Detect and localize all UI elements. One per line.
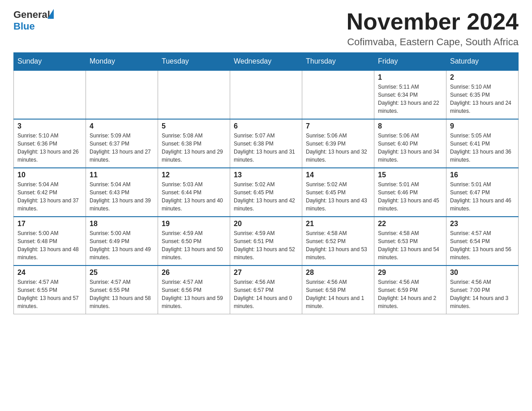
location-title: Cofimvaba, Eastern Cape, South Africa xyxy=(347,36,519,48)
day-number: 9 xyxy=(450,122,515,130)
day-info: Sunrise: 5:02 AMSunset: 6:45 PMDaylight:… xyxy=(306,180,370,213)
day-info: Sunrise: 4:56 AMSunset: 6:57 PMDaylight:… xyxy=(234,278,298,310)
calendar-day-cell: 29Sunrise: 4:56 AMSunset: 6:59 PMDayligh… xyxy=(374,265,446,314)
day-info: Sunrise: 5:08 AMSunset: 6:38 PMDaylight:… xyxy=(162,132,226,164)
day-info: Sunrise: 5:00 AMSunset: 6:48 PMDaylight:… xyxy=(17,229,82,261)
calendar-day-cell: 4Sunrise: 5:09 AMSunset: 6:37 PMDaylight… xyxy=(86,119,158,168)
day-info: Sunrise: 5:09 AMSunset: 6:37 PMDaylight:… xyxy=(90,132,154,164)
day-info: Sunrise: 5:06 AMSunset: 6:40 PMDaylight:… xyxy=(378,132,442,164)
calendar-header-row: SundayMondayTuesdayWednesdayThursdayFrid… xyxy=(14,53,519,71)
day-number: 21 xyxy=(306,220,370,228)
day-info: Sunrise: 4:59 AMSunset: 6:50 PMDaylight:… xyxy=(162,229,226,261)
day-number: 4 xyxy=(90,122,154,130)
day-number: 15 xyxy=(378,171,442,179)
day-number: 20 xyxy=(234,220,298,228)
calendar-day-cell: 27Sunrise: 4:56 AMSunset: 6:57 PMDayligh… xyxy=(230,265,302,314)
calendar-day-cell: 2Sunrise: 5:10 AMSunset: 6:35 PMDaylight… xyxy=(446,70,519,119)
calendar-day-cell: 11Sunrise: 5:04 AMSunset: 6:43 PMDayligh… xyxy=(86,168,158,217)
day-number: 30 xyxy=(450,269,515,277)
day-number: 6 xyxy=(234,122,298,130)
calendar-day-cell xyxy=(230,70,302,119)
day-number: 27 xyxy=(234,269,298,277)
calendar-day-cell: 16Sunrise: 5:01 AMSunset: 6:47 PMDayligh… xyxy=(446,168,519,217)
calendar-day-cell: 10Sunrise: 5:04 AMSunset: 6:42 PMDayligh… xyxy=(14,168,86,217)
calendar-day-cell: 30Sunrise: 4:56 AMSunset: 7:00 PMDayligh… xyxy=(446,265,519,314)
day-info: Sunrise: 4:57 AMSunset: 6:55 PMDaylight:… xyxy=(17,278,82,310)
calendar-week-row: 3Sunrise: 5:10 AMSunset: 6:36 PMDaylight… xyxy=(14,119,519,168)
day-info: Sunrise: 4:56 AMSunset: 6:59 PMDaylight:… xyxy=(378,278,442,310)
day-number: 2 xyxy=(450,73,515,81)
calendar-day-cell: 18Sunrise: 5:00 AMSunset: 6:49 PMDayligh… xyxy=(86,217,158,265)
day-info: Sunrise: 4:56 AMSunset: 6:58 PMDaylight:… xyxy=(306,278,370,310)
calendar-day-cell: 14Sunrise: 5:02 AMSunset: 6:45 PMDayligh… xyxy=(302,168,374,217)
page-header: General Blue November 2024 Cofimvaba, Ea… xyxy=(13,9,519,48)
logo-triangle-icon xyxy=(47,9,54,19)
calendar-day-cell: 13Sunrise: 5:02 AMSunset: 6:45 PMDayligh… xyxy=(230,168,302,217)
calendar-week-row: 24Sunrise: 4:57 AMSunset: 6:55 PMDayligh… xyxy=(14,265,519,314)
day-info: Sunrise: 5:06 AMSunset: 6:39 PMDaylight:… xyxy=(306,132,370,164)
day-number: 8 xyxy=(378,122,442,130)
day-number: 16 xyxy=(450,171,515,179)
calendar-day-cell: 8Sunrise: 5:06 AMSunset: 6:40 PMDaylight… xyxy=(374,119,446,168)
day-number: 10 xyxy=(17,171,82,179)
calendar-day-cell: 24Sunrise: 4:57 AMSunset: 6:55 PMDayligh… xyxy=(14,265,86,314)
day-number: 7 xyxy=(306,122,370,130)
day-number: 19 xyxy=(162,220,226,228)
day-info: Sunrise: 4:57 AMSunset: 6:54 PMDaylight:… xyxy=(450,229,515,261)
logo: General Blue xyxy=(13,9,54,32)
calendar-week-row: 10Sunrise: 5:04 AMSunset: 6:42 PMDayligh… xyxy=(14,168,519,217)
calendar-day-cell xyxy=(86,70,158,119)
calendar-header-tuesday: Tuesday xyxy=(158,53,230,71)
day-info: Sunrise: 5:03 AMSunset: 6:44 PMDaylight:… xyxy=(162,180,226,213)
calendar-day-cell: 22Sunrise: 4:58 AMSunset: 6:53 PMDayligh… xyxy=(374,217,446,265)
day-number: 25 xyxy=(90,269,154,277)
calendar-week-row: 1Sunrise: 5:11 AMSunset: 6:34 PMDaylight… xyxy=(14,70,519,119)
title-section: November 2024 Cofimvaba, Eastern Cape, S… xyxy=(347,9,519,48)
day-number: 26 xyxy=(162,269,226,277)
day-info: Sunrise: 5:01 AMSunset: 6:47 PMDaylight:… xyxy=(450,180,515,213)
calendar-day-cell xyxy=(14,70,86,119)
day-info: Sunrise: 5:07 AMSunset: 6:38 PMDaylight:… xyxy=(234,132,298,164)
calendar-day-cell: 15Sunrise: 5:01 AMSunset: 6:46 PMDayligh… xyxy=(374,168,446,217)
day-number: 3 xyxy=(17,122,82,130)
day-info: Sunrise: 4:59 AMSunset: 6:51 PMDaylight:… xyxy=(234,229,298,261)
calendar-day-cell: 21Sunrise: 4:58 AMSunset: 6:52 PMDayligh… xyxy=(302,217,374,265)
day-number: 23 xyxy=(450,220,515,228)
calendar-day-cell: 12Sunrise: 5:03 AMSunset: 6:44 PMDayligh… xyxy=(158,168,230,217)
day-number: 13 xyxy=(234,171,298,179)
day-info: Sunrise: 5:04 AMSunset: 6:43 PMDaylight:… xyxy=(90,180,154,213)
calendar-header-thursday: Thursday xyxy=(302,53,374,71)
calendar-day-cell: 7Sunrise: 5:06 AMSunset: 6:39 PMDaylight… xyxy=(302,119,374,168)
calendar-header-friday: Friday xyxy=(374,53,446,71)
calendar-day-cell: 26Sunrise: 4:57 AMSunset: 6:56 PMDayligh… xyxy=(158,265,230,314)
day-number: 12 xyxy=(162,171,226,179)
calendar-day-cell: 6Sunrise: 5:07 AMSunset: 6:38 PMDaylight… xyxy=(230,119,302,168)
day-info: Sunrise: 5:10 AMSunset: 6:35 PMDaylight:… xyxy=(450,83,515,115)
day-number: 18 xyxy=(90,220,154,228)
day-info: Sunrise: 5:02 AMSunset: 6:45 PMDaylight:… xyxy=(234,180,298,213)
calendar-day-cell: 28Sunrise: 4:56 AMSunset: 6:58 PMDayligh… xyxy=(302,265,374,314)
day-number: 24 xyxy=(17,269,82,277)
day-info: Sunrise: 5:04 AMSunset: 6:42 PMDaylight:… xyxy=(17,180,82,213)
day-number: 28 xyxy=(306,269,370,277)
calendar-header-monday: Monday xyxy=(86,53,158,71)
day-info: Sunrise: 5:10 AMSunset: 6:36 PMDaylight:… xyxy=(17,132,82,164)
day-number: 5 xyxy=(162,122,226,130)
day-number: 14 xyxy=(306,171,370,179)
calendar-day-cell: 5Sunrise: 5:08 AMSunset: 6:38 PMDaylight… xyxy=(158,119,230,168)
calendar-day-cell: 19Sunrise: 4:59 AMSunset: 6:50 PMDayligh… xyxy=(158,217,230,265)
day-info: Sunrise: 5:00 AMSunset: 6:49 PMDaylight:… xyxy=(90,229,154,261)
calendar-day-cell: 3Sunrise: 5:10 AMSunset: 6:36 PMDaylight… xyxy=(14,119,86,168)
day-info: Sunrise: 5:05 AMSunset: 6:41 PMDaylight:… xyxy=(450,132,515,164)
day-number: 29 xyxy=(378,269,442,277)
month-title: November 2024 xyxy=(347,9,519,34)
day-info: Sunrise: 4:57 AMSunset: 6:56 PMDaylight:… xyxy=(162,278,226,310)
calendar-day-cell: 9Sunrise: 5:05 AMSunset: 6:41 PMDaylight… xyxy=(446,119,519,168)
day-info: Sunrise: 4:58 AMSunset: 6:52 PMDaylight:… xyxy=(306,229,370,261)
calendar-day-cell: 17Sunrise: 5:00 AMSunset: 6:48 PMDayligh… xyxy=(14,217,86,265)
calendar-table: SundayMondayTuesdayWednesdayThursdayFrid… xyxy=(13,52,519,314)
calendar-week-row: 17Sunrise: 5:00 AMSunset: 6:48 PMDayligh… xyxy=(14,217,519,265)
calendar-header-wednesday: Wednesday xyxy=(230,53,302,71)
calendar-day-cell: 20Sunrise: 4:59 AMSunset: 6:51 PMDayligh… xyxy=(230,217,302,265)
day-info: Sunrise: 4:57 AMSunset: 6:55 PMDaylight:… xyxy=(90,278,154,310)
